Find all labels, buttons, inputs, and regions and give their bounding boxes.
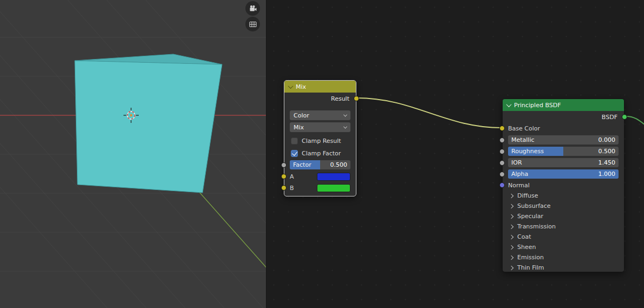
base-color-row: Base Color xyxy=(503,123,624,134)
data-type-dropdown-row: Color xyxy=(284,110,356,120)
metallic-label: Metallic xyxy=(511,136,535,143)
shader-node-editor[interactable]: Mix Result Color Mix Clamp R xyxy=(266,0,644,308)
b-input-label: B xyxy=(290,185,294,192)
ior-value: 1.450 xyxy=(599,159,616,166)
viewport-canvas xyxy=(0,0,266,308)
chevron-down-icon xyxy=(343,124,347,128)
clamp-factor-checkbox[interactable]: Clamp Factor xyxy=(284,149,356,158)
metallic-value: 0.000 xyxy=(599,136,616,143)
chevron-right-icon xyxy=(509,234,513,239)
section-label: Subsurface xyxy=(517,202,551,209)
normal-row: Normal xyxy=(503,180,624,190)
noodle-bsdf-output xyxy=(625,116,644,124)
base-color-input-socket[interactable] xyxy=(499,126,505,131)
mix-node[interactable]: Mix Result Color Mix Clamp R xyxy=(284,80,356,196)
roughness-label: Roughness xyxy=(511,148,544,155)
checkbox-checked-icon[interactable] xyxy=(291,150,298,157)
section-label: Thin Film xyxy=(517,264,544,271)
data-type-dropdown[interactable]: Color xyxy=(290,110,350,120)
chevron-right-icon xyxy=(509,204,513,208)
alpha-input-socket[interactable] xyxy=(499,172,505,177)
mix-node-header[interactable]: Mix xyxy=(284,81,356,93)
bsdf-output-socket[interactable] xyxy=(622,114,627,120)
metallic-input-socket[interactable] xyxy=(499,137,505,143)
section-specular[interactable]: Specular xyxy=(503,211,624,221)
bsdf-output-row: BSDF xyxy=(503,111,624,123)
roughness-slider[interactable]: Roughness 0.500 xyxy=(508,147,619,156)
clamp-result-label: Clamp Result xyxy=(302,137,341,145)
grid-icon xyxy=(249,20,257,29)
chevron-right-icon xyxy=(509,193,513,198)
alpha-slider[interactable]: Alpha 1.000 xyxy=(508,169,619,179)
factor-slider[interactable]: Factor 0.500 xyxy=(290,160,350,169)
chevron-right-icon xyxy=(509,224,513,228)
collapse-chevron-icon[interactable] xyxy=(506,102,512,107)
section-coat[interactable]: Coat xyxy=(503,232,624,242)
section-subsurface[interactable]: Subsurface xyxy=(503,201,624,211)
result-output-row: Result xyxy=(284,93,356,104)
ior-row: IOR 1.450 xyxy=(503,158,624,167)
base-color-label: Base Color xyxy=(508,125,540,132)
section-label: Diffuse xyxy=(517,192,538,199)
clamp-result-checkbox[interactable]: Clamp Result xyxy=(284,136,356,145)
data-type-value: Color xyxy=(294,112,309,119)
roughness-input-socket[interactable] xyxy=(499,149,505,154)
alpha-row: Alpha 1.000 xyxy=(503,169,624,179)
3d-viewport[interactable] xyxy=(0,0,266,308)
chevron-down-icon xyxy=(343,113,347,116)
ior-label: IOR xyxy=(511,159,522,166)
section-label: Coat xyxy=(517,233,531,240)
metallic-row: Metallic 0.000 xyxy=(503,135,624,145)
mix-node-title: Mix xyxy=(296,83,306,90)
section-transmission[interactable]: Transmission xyxy=(503,221,624,232)
principled-bsdf-node[interactable]: Principled BSDF BSDF Base Color Metallic… xyxy=(502,99,625,272)
checkbox-icon[interactable] xyxy=(291,137,298,145)
projection-toggle-button[interactable] xyxy=(245,17,260,31)
section-label: Emission xyxy=(517,254,544,261)
object-origin-dot xyxy=(130,114,132,116)
chevron-right-icon xyxy=(509,255,513,259)
camera-view-button[interactable] xyxy=(245,1,260,16)
factor-label: Factor xyxy=(293,161,311,168)
cube-object[interactable] xyxy=(75,54,222,193)
result-output-label: Result xyxy=(331,95,349,102)
normal-input-socket[interactable] xyxy=(499,182,505,188)
section-sheen[interactable]: Sheen xyxy=(503,242,624,252)
alpha-value: 1.000 xyxy=(599,171,616,178)
chevron-right-icon xyxy=(509,265,513,270)
ior-slider[interactable]: IOR 1.450 xyxy=(508,158,619,167)
bsdf-node-header[interactable]: Principled BSDF xyxy=(503,99,624,111)
section-emission[interactable]: Emission xyxy=(503,252,624,263)
factor-row: Factor 0.500 xyxy=(284,160,356,169)
noodle-result-to-basecolor xyxy=(357,98,502,128)
section-diffuse[interactable]: Diffuse xyxy=(503,191,624,201)
clamp-factor-label: Clamp Factor xyxy=(302,150,341,157)
b-input-socket[interactable] xyxy=(281,185,287,191)
metallic-slider[interactable]: Metallic 0.000 xyxy=(508,135,619,145)
blender-window: Mix Result Color Mix Clamp R xyxy=(0,0,644,308)
collapse-chevron-icon[interactable] xyxy=(288,83,294,89)
input-b-row: B xyxy=(284,184,356,192)
section-label: Sheen xyxy=(517,244,536,251)
factor-input-socket[interactable] xyxy=(281,162,287,168)
blend-mode-dropdown-row: Mix xyxy=(284,122,356,132)
color-b-swatch[interactable] xyxy=(317,184,350,192)
chevron-right-icon xyxy=(509,214,513,218)
color-a-swatch[interactable] xyxy=(317,173,350,181)
camera-icon xyxy=(249,4,257,13)
bsdf-node-title: Principled BSDF xyxy=(514,102,561,109)
normal-label: Normal xyxy=(508,182,530,189)
alpha-label: Alpha xyxy=(511,171,528,178)
result-output-socket[interactable] xyxy=(354,96,359,101)
blend-mode-dropdown[interactable]: Mix xyxy=(290,122,350,132)
roughness-row: Roughness 0.500 xyxy=(503,147,624,156)
a-input-socket[interactable] xyxy=(281,174,287,179)
roughness-value: 0.500 xyxy=(599,148,616,155)
input-a-row: A xyxy=(284,172,356,181)
chevron-right-icon xyxy=(509,245,513,249)
blend-mode-value: Mix xyxy=(294,124,304,131)
section-thin-film[interactable]: Thin Film xyxy=(503,263,624,273)
bsdf-output-label: BSDF xyxy=(602,114,617,121)
factor-value: 0.500 xyxy=(330,161,348,168)
ior-input-socket[interactable] xyxy=(499,160,505,166)
